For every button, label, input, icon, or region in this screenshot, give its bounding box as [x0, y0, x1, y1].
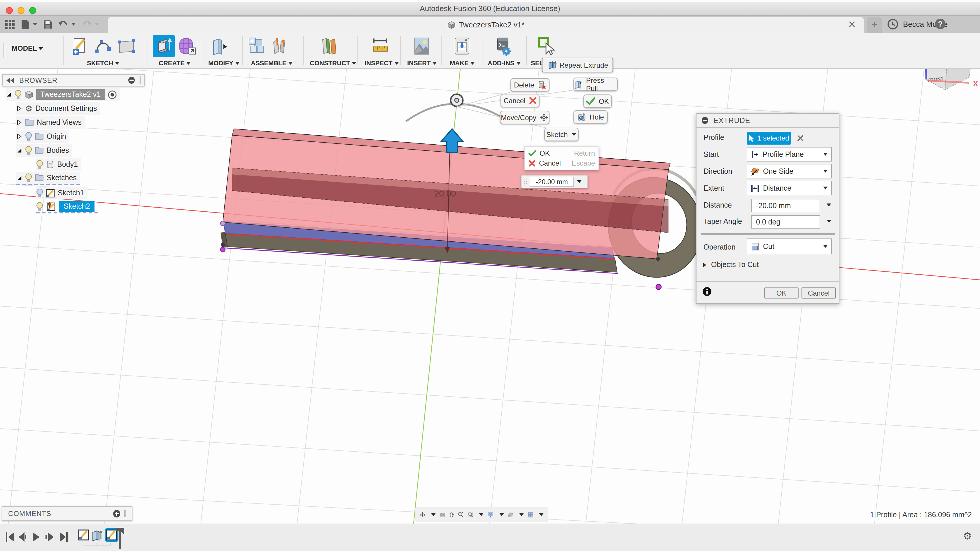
timeline-extrude-feature[interactable] — [93, 530, 103, 541]
extent-dropdown[interactable]: Distance — [747, 181, 832, 195]
objects-to-cut-expander[interactable]: Objects To Cut — [702, 260, 759, 269]
grid-settings-icon[interactable] — [508, 509, 513, 520]
minimize-window-button[interactable] — [18, 7, 24, 14]
expanded-arrow-icon[interactable] — [16, 148, 22, 153]
display-settings-icon[interactable] — [488, 509, 493, 520]
skip-to-end-button[interactable] — [60, 532, 68, 541]
zoom-window-dropdown[interactable] — [479, 513, 484, 516]
collapsed-arrow-icon[interactable] — [16, 133, 22, 139]
close-tab-icon[interactable] — [848, 21, 856, 28]
skip-to-start-button[interactable] — [6, 532, 14, 541]
toolbar-group-make[interactable]: MAKE — [450, 59, 475, 67]
tree-row-sketch2[interactable]: Sketch2 — [36, 200, 98, 213]
tree-row-root[interactable]: TweezersTake2 v1 — [6, 88, 120, 101]
create-sketch-icon[interactable] — [71, 36, 90, 56]
pan-hand-icon[interactable] — [449, 509, 454, 520]
new-component-icon[interactable] — [247, 36, 267, 56]
panel-options-icon[interactable] — [128, 76, 135, 84]
orbit-dropdown[interactable] — [431, 513, 436, 516]
dialog-options-icon[interactable] — [701, 117, 709, 124]
toolbar-group-modify[interactable]: MODIFY — [208, 59, 240, 67]
cancel-menu-button[interactable]: Cancel — [501, 94, 539, 107]
toolbar-group-construct[interactable]: CONSTRUCT — [310, 59, 356, 67]
zoom-window-icon[interactable] — [468, 509, 473, 520]
drag-handle-dots[interactable] — [524, 177, 527, 186]
visibility-bulb-icon[interactable] — [14, 90, 22, 99]
panel-grip[interactable] — [124, 510, 126, 517]
undo-button[interactable] — [58, 20, 76, 29]
extrude-tool-active[interactable] — [153, 35, 175, 57]
hole-button[interactable]: Hole — [573, 110, 608, 124]
workspace-selector[interactable]: MODEL — [12, 44, 43, 52]
visibility-bulb-off-icon[interactable] — [36, 188, 43, 198]
timeline-sketch1-feature[interactable] — [79, 530, 89, 540]
sketch2-selected-label[interactable]: Sketch2 — [59, 201, 94, 212]
collapsed-arrow-icon[interactable] — [16, 106, 22, 111]
collapsed-arrow-icon[interactable] — [16, 119, 22, 125]
taper-input-dropdown[interactable] — [827, 220, 831, 223]
repeat-extrude-tooltip[interactable]: Repeat Extrude — [542, 58, 613, 72]
panel-grip[interactable] — [139, 76, 141, 84]
add-comment-icon[interactable] — [113, 509, 121, 518]
select-tool-icon[interactable] — [537, 36, 557, 57]
insert-image-icon[interactable] — [412, 36, 431, 56]
tree-row-sketch1[interactable]: Sketch1 — [36, 187, 88, 199]
toolbar-group-sketch[interactable]: SKETCH — [87, 59, 119, 67]
tree-row-document-settings[interactable]: ⚙ Document Settings — [16, 102, 100, 115]
close-window-button[interactable] — [6, 7, 13, 14]
data-panel-grid-icon[interactable] — [5, 19, 15, 29]
distance-input-dropdown[interactable] — [827, 203, 831, 206]
browser-panel-header[interactable]: BROWSER — [2, 74, 145, 86]
operation-dropdown[interactable]: Cut — [747, 238, 832, 254]
new-document-button[interactable]: + — [867, 17, 882, 33]
create-form-icon[interactable] — [177, 36, 197, 56]
dialog-cancel-button[interactable]: Cancel — [802, 287, 836, 299]
zoom-window-button[interactable] — [29, 7, 36, 14]
save-icon[interactable] — [43, 19, 52, 29]
spline-icon[interactable] — [93, 36, 112, 56]
confirm-ok-item[interactable]: OK Return — [528, 149, 595, 157]
grid-settings-dropdown[interactable] — [519, 513, 524, 516]
toolbar-group-insert[interactable]: INSERT — [407, 59, 437, 67]
distance-float-dropdown[interactable] — [577, 180, 582, 183]
start-dropdown[interactable]: Profile Plane — [747, 147, 832, 162]
info-icon[interactable] — [702, 287, 712, 296]
visibility-bulb-icon[interactable] — [25, 173, 32, 183]
visibility-bulb-icon[interactable] — [36, 202, 43, 211]
measure-icon[interactable] — [371, 36, 390, 56]
tree-row-body1[interactable]: Body1 — [36, 158, 81, 171]
step-back-button[interactable] — [19, 532, 26, 541]
help-icon[interactable]: ? — [934, 18, 946, 30]
delete-button[interactable]: Delete — [511, 78, 549, 92]
taper-angle-input[interactable]: 0.0 deg — [751, 215, 820, 229]
expanded-arrow-icon[interactable] — [16, 175, 22, 181]
direction-dropdown[interactable]: One Side — [747, 164, 832, 178]
press-pull-icon[interactable] — [209, 36, 230, 56]
tree-row-origin[interactable]: Origin — [16, 130, 70, 143]
activate-radio-icon[interactable] — [108, 90, 116, 99]
joint-icon[interactable] — [269, 36, 290, 56]
extrude-dialog-header[interactable]: EXTRUDE — [697, 114, 839, 128]
sketch-dropdown-button[interactable]: Sketch — [544, 128, 579, 141]
file-menu-button[interactable] — [21, 19, 37, 29]
comments-panel[interactable]: COMMENTS — [2, 506, 132, 521]
visibility-bulb-off-icon[interactable] — [25, 132, 32, 141]
viewports-icon[interactable] — [528, 509, 533, 520]
zoom-icon[interactable] — [458, 509, 464, 520]
toolbar-group-assemble[interactable]: ASSEMBLE — [251, 59, 293, 67]
root-label[interactable]: TweezersTake2 v1 — [36, 89, 105, 100]
tree-row-bodies[interactable]: Bodies — [16, 144, 72, 157]
addins-scripts-icon[interactable] — [493, 36, 513, 56]
move-copy-button[interactable]: Move/Copy — [500, 111, 549, 124]
toolbar-grip[interactable] — [3, 43, 5, 58]
profile-selected-chip[interactable]: 1 selected — [747, 132, 791, 144]
play-button[interactable] — [33, 532, 40, 541]
dialog-ok-button[interactable]: OK — [764, 287, 799, 299]
distance-input[interactable]: -20.00 mm — [751, 199, 820, 212]
clear-selection-icon[interactable] — [797, 135, 804, 142]
tree-row-named-views[interactable]: Named Views — [16, 116, 85, 129]
toolbar-group-select[interactable]: SEL — [531, 59, 543, 67]
ok-menu-button[interactable]: OK — [583, 94, 612, 108]
toolbar-group-addins[interactable]: ADD-INS — [488, 59, 521, 67]
viewports-dropdown[interactable] — [539, 513, 544, 516]
